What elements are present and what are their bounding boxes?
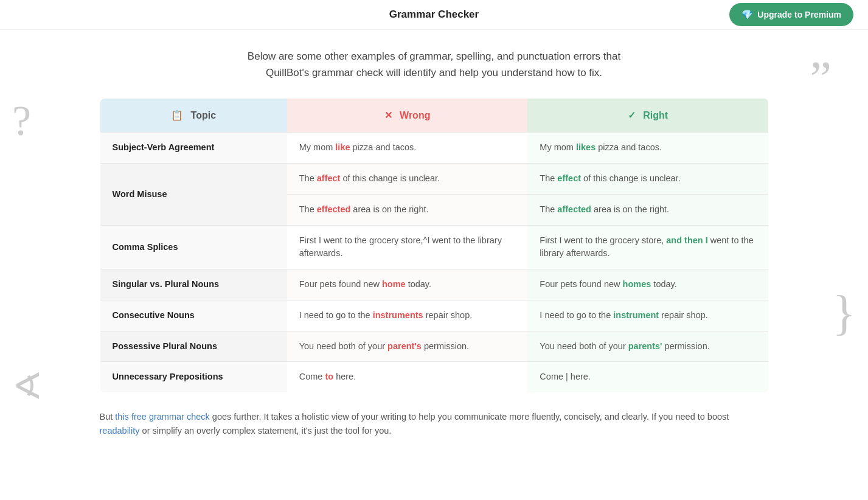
right-cell: The affected area is on the right.: [527, 194, 768, 225]
intro-line2: QuillBot's grammar check will identify a…: [266, 67, 602, 78]
right-highlight: affected: [557, 204, 591, 214]
intro-text: Below are some other examples of grammar…: [191, 48, 678, 81]
wrong-cell: The effected area is on the right.: [287, 194, 528, 225]
col-header-wrong: ✕ Wrong: [287, 99, 528, 133]
right-highlight: likes: [576, 142, 595, 152]
col-header-right: ✓ Right: [527, 99, 768, 133]
diamond-icon: 💎: [741, 9, 753, 20]
table-row: Consecutive Nouns I need to go to the in…: [100, 300, 768, 331]
deco-question-left: ?: [12, 97, 31, 145]
upgrade-label: Upgrade to Premium: [757, 10, 841, 19]
topic-icon: 📋: [171, 110, 183, 120]
topic-cell: Possessive Plural Nouns: [100, 331, 287, 362]
topic-cell: Comma Splices: [100, 225, 287, 269]
wrong-cell: Come to here.: [287, 362, 528, 393]
wrong-highlight: parent's: [387, 341, 422, 351]
right-cell: I need to go to the instrument repair sh…: [527, 300, 768, 331]
right-cell: The effect of this change is unclear.: [527, 164, 768, 195]
check-icon: ✓: [628, 110, 636, 120]
right-highlight: instrument: [613, 310, 659, 320]
right-highlight: homes: [623, 279, 651, 289]
col-header-topic: 📋 Topic: [100, 99, 287, 133]
deco-quote-right: ”: [810, 54, 832, 103]
topic-cell: Word Misuse: [100, 164, 287, 226]
wrong-highlight: affect: [317, 173, 341, 183]
wrong-highlight: effected: [317, 204, 351, 214]
deco-brace-right: }: [833, 285, 856, 341]
upgrade-button[interactable]: 💎 Upgrade to Premium: [729, 3, 853, 26]
wrong-cell: Four pets found new home today.: [287, 269, 528, 300]
right-highlight: effect: [557, 173, 581, 183]
grammar-table: 📋 Topic ✕ Wrong ✓ Right Subject-Verb Agr…: [100, 98, 769, 393]
wrong-cell: The affect of this change is unclear.: [287, 164, 528, 195]
x-icon: ✕: [384, 110, 392, 120]
right-cell: Four pets found new homes today.: [527, 269, 768, 300]
table-row: Singular vs. Plural Nouns Four pets foun…: [100, 269, 768, 300]
table-row: Comma Splices First I went to the grocer…: [100, 225, 768, 269]
wrong-cell: My mom like pizza and tacos.: [287, 133, 528, 164]
right-highlight: and then I: [666, 235, 707, 245]
right-cell: First I went to the grocery store, and t…: [527, 225, 768, 269]
table-row: Possessive Plural Nouns You need both of…: [100, 331, 768, 362]
right-highlight: parents': [628, 341, 662, 351]
wrong-highlight: to: [325, 372, 333, 381]
right-cell: Come | here.: [527, 362, 768, 393]
wrong-cell: First I went to the grocery store,^I wen…: [287, 225, 528, 269]
wrong-cell: I need to go to the instruments repair s…: [287, 300, 528, 331]
topic-cell: Subject-Verb Agreement: [100, 133, 287, 164]
table-header-row: 📋 Topic ✕ Wrong ✓ Right: [100, 99, 768, 133]
right-cell: You need both of your parents' permissio…: [527, 331, 768, 362]
wrong-highlight: like: [335, 142, 350, 152]
footer-link-readability[interactable]: readability: [100, 426, 140, 436]
table-row: Subject-Verb Agreement My mom like pizza…: [100, 133, 768, 164]
table-row: Word Misuse The affect of this change is…: [100, 164, 768, 195]
page-title: Grammar Checker: [389, 9, 479, 21]
wrong-highlight: home: [382, 279, 406, 289]
main-content: ” ? } ∢ Below are some other examples of…: [0, 30, 868, 463]
topic-cell: Consecutive Nouns: [100, 300, 287, 331]
topic-cell: Unnecessary Prepositions: [100, 362, 287, 393]
wrong-cell: You need both of your parent's permissio…: [287, 331, 528, 362]
topic-cell: Singular vs. Plural Nouns: [100, 269, 287, 300]
right-cell: My mom likes pizza and tacos.: [527, 133, 768, 164]
wrong-highlight: instruments: [373, 310, 423, 320]
table-row: Unnecessary Prepositions Come to here. C…: [100, 362, 768, 393]
intro-line1: Below are some other examples of grammar…: [248, 50, 620, 62]
footer-text: But this free grammar check goes further…: [100, 410, 769, 438]
deco-curl-left: ∢: [12, 365, 43, 408]
header: Grammar Checker 💎 Upgrade to Premium: [0, 0, 868, 30]
footer-link-free[interactable]: this free grammar check: [115, 412, 210, 422]
